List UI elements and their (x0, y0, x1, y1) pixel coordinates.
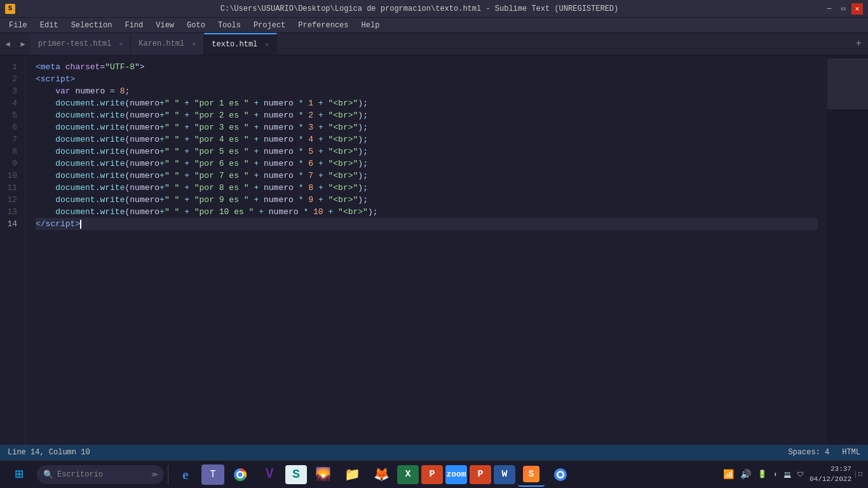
status-encoding: HTML (842, 448, 860, 457)
tray-icon-2: 💻 (782, 471, 793, 478)
code-line-14: </script> (36, 218, 817, 230)
code-line-4: document.write(numero+" " + "por 1 es " … (36, 97, 817, 109)
minimap: <meta charset="UTF-8"> <script> var nume… (827, 56, 868, 445)
taskbar-publisher[interactable]: P (421, 465, 443, 484)
tray-icon-3: 🛡 (796, 471, 806, 478)
menu-file[interactable]: File (3, 20, 34, 31)
code-line-12: document.write(numero+" " + "por 9 es " … (36, 194, 817, 206)
taskbar-edge[interactable]: e (172, 463, 199, 487)
tab-texto[interactable]: texto.html ✕ (204, 33, 277, 55)
title-bar-text: C:\Users\USUARIO\Desktop\Logica de progr… (15, 4, 824, 13)
line-num: 3 (5, 85, 17, 97)
minimize-button[interactable]: ─ (824, 3, 835, 15)
line-num: 8 (5, 146, 17, 158)
taskbar-firefox[interactable]: 🦊 (368, 463, 395, 487)
code-line-11: document.write(numero+" " + "por 8 es " … (36, 182, 817, 194)
volume-icon: 🔊 (738, 469, 753, 480)
line-num: 10 (5, 170, 17, 182)
show-desktop[interactable]: □ (855, 471, 864, 478)
menu-goto[interactable]: Goto (180, 20, 212, 31)
start-button[interactable]: ⊞ (4, 463, 34, 487)
taskbar-sublime[interactable]: S (518, 463, 545, 487)
code-line-10: document.write(numero+" " + "por 7 es " … (36, 170, 817, 182)
line-num: 5 (5, 109, 17, 121)
app-icon: S (5, 4, 15, 14)
line-num: 1 (5, 61, 17, 73)
taskbar-teams[interactable]: T (201, 464, 224, 485)
editor: 1 2 3 4 5 6 7 8 9 10 11 12 13 14 <meta c… (0, 56, 868, 445)
line-num: 4 (5, 97, 17, 109)
line-numbers: 1 2 3 4 5 6 7 8 9 10 11 12 13 14 (0, 56, 25, 445)
taskbar: ⊞ 🔍 Escritorio ≫ e T V S 🌄 📁 🦊 X P zoom … (0, 460, 868, 488)
code-line-2: <script> (36, 73, 817, 85)
tab-nav-prev[interactable]: ◀ (0, 33, 15, 55)
taskbar-photos[interactable]: 🌄 (309, 463, 336, 487)
taskbar-excel[interactable]: X (397, 465, 419, 484)
tab-nav-next[interactable]: ▶ (15, 33, 31, 55)
menu-project[interactable]: Project (247, 20, 292, 31)
search-label: Escritorio (57, 470, 103, 479)
taskbar-sharepoint[interactable]: S (285, 465, 307, 484)
tab-close-karen[interactable]: ✕ (192, 40, 196, 48)
code-area[interactable]: <meta charset="UTF-8"> <script> var nume… (25, 56, 827, 445)
menu-bar: File Edit Selection Find View Goto Tools… (0, 18, 868, 33)
search-expand-icon: ≫ (151, 471, 158, 478)
title-bar-controls: ─ ▭ ✕ (824, 3, 863, 15)
code-line-1: <meta charset="UTF-8"> (36, 61, 817, 73)
taskbar-chrome[interactable] (227, 463, 254, 487)
tab-label: primer-test.html (38, 39, 111, 48)
taskbar-powerpoint[interactable]: P (470, 465, 491, 484)
taskbar-separator (168, 465, 168, 484)
menu-edit[interactable]: Edit (34, 20, 65, 31)
line-num: 11 (5, 182, 17, 194)
status-position: Line 14, Column 10 (8, 448, 90, 457)
taskbar-chrome2[interactable] (547, 463, 574, 487)
minimap-viewport (827, 58, 868, 109)
line-num: 13 (5, 206, 17, 218)
clock-date: 04/12/2022 (810, 475, 851, 484)
line-num: 7 (5, 133, 17, 146)
line-num-active: 14 (5, 218, 17, 230)
menu-selection[interactable]: Selection (65, 20, 119, 31)
menu-preferences[interactable]: Preferences (292, 20, 355, 31)
tabs-bar: ◀ ▶ primer-test.html ✕ Karen.html ✕ text… (0, 33, 868, 56)
tab-primer-test[interactable]: primer-test.html ✕ (31, 33, 131, 55)
code-line-9: document.write(numero+" " + "por 6 es " … (36, 158, 817, 170)
title-bar: S C:\Users\USUARIO\Desktop\Logica de pro… (0, 0, 868, 18)
menu-tools[interactable]: Tools (212, 20, 247, 31)
code-line-7: document.write(numero+" " + "por 4 es " … (36, 133, 817, 146)
code-line-6: document.write(numero+" " + "por 3 es " … (36, 121, 817, 133)
taskbar-visio[interactable]: V (256, 463, 283, 487)
menu-find[interactable]: Find (118, 20, 149, 31)
sublime-icon: S (523, 466, 539, 482)
tab-close-primer-test[interactable]: ✕ (119, 40, 123, 48)
status-bar: Line 14, Column 10 Spaces: 4 HTML (0, 445, 868, 460)
status-spaces: Spaces: 4 (788, 448, 829, 457)
clock-time: 23:37 (810, 464, 851, 474)
search-box[interactable]: 🔍 Escritorio ≫ (37, 465, 164, 484)
taskbar-files[interactable]: 📁 (339, 463, 365, 487)
tab-karen[interactable]: Karen.html ✕ (131, 33, 204, 55)
line-num: 6 (5, 121, 17, 133)
code-line-5: document.write(numero+" " + "por 2 es " … (36, 109, 817, 121)
network-icon: 📶 (721, 469, 736, 480)
close-button[interactable]: ✕ (851, 3, 863, 15)
code-line-13: document.write(numero+" " + "por 10 es "… (36, 206, 817, 218)
new-tab-button[interactable]: + (849, 33, 868, 55)
search-icon: 🔍 (43, 470, 53, 480)
menu-help[interactable]: Help (355, 20, 386, 31)
maximize-button[interactable]: ▭ (837, 3, 849, 15)
taskbar-zoom[interactable]: zoom (445, 465, 467, 484)
line-num: 2 (5, 73, 17, 85)
tray-icon-1: ⬆ (771, 471, 779, 478)
line-num: 9 (5, 158, 17, 170)
menu-view[interactable]: View (149, 20, 180, 31)
tab-label: Karen.html (139, 39, 184, 48)
status-bar-right: Spaces: 4 HTML (788, 448, 860, 457)
code-line-3: var numero = 8; (36, 85, 817, 97)
notification-area: 📶 🔊 🔋 ⬆ 💻 🛡 (721, 469, 806, 480)
taskbar-word[interactable]: W (494, 465, 515, 484)
svg-point-2 (238, 472, 243, 477)
clock[interactable]: 23:37 04/12/2022 (810, 464, 851, 484)
tab-close-texto[interactable]: ✕ (265, 41, 269, 48)
